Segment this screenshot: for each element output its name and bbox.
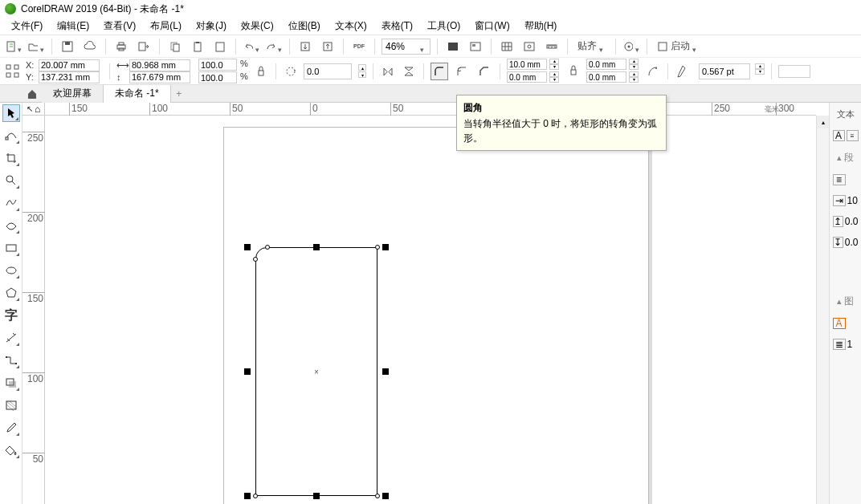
corner-handle-tl-v[interactable] (253, 257, 258, 262)
menu-text[interactable]: 文本(X) (328, 18, 373, 35)
freehand-tool[interactable] (2, 194, 20, 212)
relative-corner-button[interactable] (645, 63, 661, 79)
handle-bl[interactable] (244, 493, 251, 499)
artistic-media-tool[interactable] (2, 217, 20, 234)
scale-x-input[interactable] (198, 59, 237, 71)
shape-tool[interactable] (2, 127, 20, 144)
spin-down[interactable]: ▾ (549, 77, 559, 83)
clipboard-button[interactable] (211, 38, 229, 55)
print-button[interactable] (112, 38, 130, 55)
parallel-dim-tool[interactable] (2, 329, 20, 347)
fill-swatch[interactable] (778, 65, 810, 78)
add-tab-button[interactable]: + (171, 88, 187, 100)
handle-ml[interactable] (244, 368, 251, 375)
menu-edit[interactable]: 编辑(E) (51, 18, 96, 35)
y-input[interactable] (39, 71, 100, 83)
home-tab[interactable] (22, 85, 42, 103)
zoom-tool[interactable] (2, 172, 20, 189)
export-button[interactable] (135, 38, 153, 55)
spin-down[interactable]: ▾ (629, 64, 639, 70)
corner-lock-button[interactable] (565, 63, 581, 79)
text-tool[interactable]: 字 (2, 307, 20, 324)
mirror-v-button[interactable] (401, 63, 417, 79)
canvas-area[interactable]: ↖ ⌂ 150 100 50 0 50 100 150 200 250 300 … (22, 103, 829, 504)
selected-rectangle[interactable]: × (255, 247, 377, 496)
open-button[interactable] (27, 38, 45, 55)
spin-up[interactable]: ▴ (549, 71, 559, 77)
horizontal-ruler[interactable]: 150 100 50 0 50 100 150 200 250 300 毫米 (45, 103, 816, 116)
vertical-scrollbar[interactable]: ▴ (816, 116, 829, 504)
center-marker[interactable]: × (314, 368, 319, 376)
preview-button[interactable] (467, 38, 484, 55)
fullscreen-button[interactable] (444, 38, 462, 55)
polygon-tool[interactable] (2, 284, 20, 302)
rectangle-tool[interactable] (2, 239, 20, 257)
crop-tool[interactable] (2, 149, 20, 167)
handle-mr[interactable] (382, 368, 389, 375)
width-input[interactable] (129, 59, 190, 71)
frame-row[interactable]: A (833, 315, 859, 331)
tab-welcome[interactable]: 欢迎屏幕 (42, 85, 104, 103)
corner-handle-bl[interactable] (253, 494, 258, 498)
text-tab-A[interactable]: A≡ (833, 128, 859, 144)
ellipse-tool[interactable] (2, 262, 20, 279)
import-button[interactable] (296, 38, 314, 55)
rot-up[interactable]: ▴ (358, 64, 366, 71)
zoom-dropdown[interactable] (382, 39, 430, 55)
connector-tool[interactable] (2, 352, 20, 369)
publish-pdf-button[interactable]: PDF (350, 38, 368, 55)
spin-down[interactable]: ▾ (629, 77, 639, 83)
options-button[interactable] (622, 38, 640, 55)
scale-y-input[interactable] (198, 71, 237, 83)
fill-tool[interactable] (2, 441, 20, 459)
scallop-corner-button[interactable] (453, 63, 471, 80)
corner-handle-tr[interactable] (375, 245, 380, 250)
corner-handle-tl-h[interactable] (265, 245, 270, 250)
menu-effects[interactable]: 效果(C) (235, 18, 280, 35)
eyedropper-tool[interactable] (2, 419, 20, 437)
undo-button[interactable] (243, 38, 260, 55)
transparency-tool[interactable] (2, 396, 20, 414)
spacing-after[interactable]: ↧0.0 (833, 234, 859, 250)
x-input[interactable] (39, 59, 100, 71)
spin-up[interactable]: ▴ (549, 59, 559, 64)
corner-handle-br[interactable] (375, 494, 380, 498)
corner-tr-input[interactable] (586, 59, 626, 70)
menu-help[interactable]: 帮助(H) (518, 18, 564, 35)
handle-tr[interactable] (382, 244, 389, 250)
save-button[interactable] (59, 38, 76, 55)
corner-tl-input[interactable] (507, 59, 547, 70)
ruler-button[interactable] (543, 38, 561, 55)
corner-br-input[interactable] (586, 71, 626, 83)
scroll-up-button[interactable]: ▴ (817, 116, 829, 128)
pick-tool[interactable] (2, 104, 20, 122)
vertical-ruler[interactable]: 250 200 150 100 50 (22, 116, 45, 504)
align-buttons[interactable]: ≡ (833, 172, 859, 188)
indent-row[interactable]: ⇥10 (833, 193, 859, 209)
grid-button[interactable] (498, 38, 516, 55)
spacing-before[interactable]: ↥0.0 (833, 213, 859, 230)
copy-button[interactable] (166, 38, 184, 55)
menu-tools[interactable]: 工具(O) (421, 18, 467, 35)
chamfer-corner-button[interactable] (475, 63, 493, 80)
rotation-input[interactable] (307, 67, 339, 76)
spin-down[interactable]: ▾ (755, 69, 765, 75)
tab-document[interactable]: 未命名 -1* (104, 85, 171, 103)
handle-br[interactable] (382, 493, 389, 499)
snap-dropdown[interactable]: 贴齐 (574, 38, 609, 55)
round-corner-button[interactable] (430, 63, 448, 80)
columns-row[interactable]: ≣1 (833, 336, 859, 352)
spin-down[interactable]: ▾ (549, 64, 559, 70)
launch-dropdown[interactable]: 启动 (654, 38, 702, 55)
menu-bitmap[interactable]: 位图(B) (282, 18, 327, 35)
new-button[interactable] (5, 38, 22, 55)
rot-down[interactable]: ▾ (358, 71, 366, 78)
outline-width-input[interactable] (702, 67, 741, 76)
menu-file[interactable]: 文件(F) (5, 18, 49, 35)
menu-table[interactable]: 表格(T) (375, 18, 419, 35)
menu-view[interactable]: 查看(V) (97, 18, 142, 35)
spin-up[interactable]: ▴ (629, 71, 639, 77)
cloud-button[interactable] (81, 38, 99, 55)
menu-object[interactable]: 对象(J) (190, 18, 233, 35)
redo-button[interactable] (265, 38, 283, 55)
